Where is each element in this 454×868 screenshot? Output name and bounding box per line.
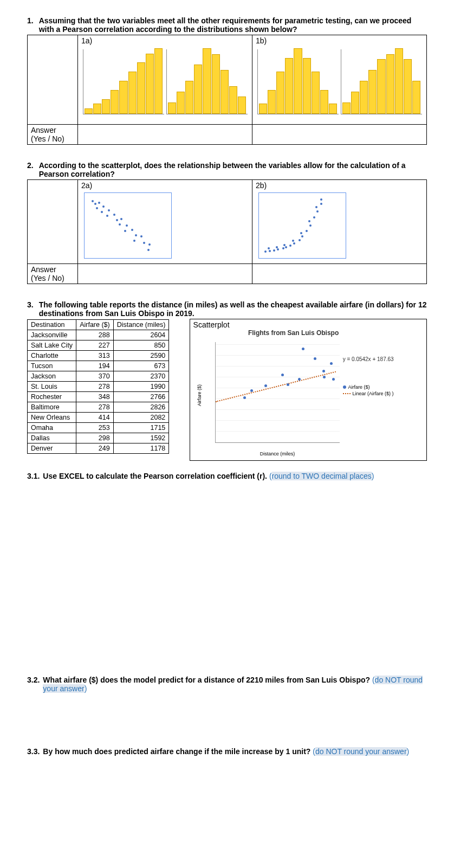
q3-1-text: Use EXCEL to calculate the Pearson corre…: [43, 472, 269, 480]
q1a-answer-cell[interactable]: [78, 125, 252, 145]
svg-point-0: [92, 200, 94, 202]
cell-dest: Salt Lake City: [28, 340, 76, 350]
table-row: Jackson3702370: [28, 371, 169, 381]
svg-point-16: [133, 240, 135, 242]
histogram-1a-left: [83, 49, 164, 114]
histogram-1b-right: [341, 49, 422, 114]
question-1: 1. Assuming that the two variables meet …: [27, 16, 427, 145]
svg-point-37: [309, 224, 312, 227]
cell-distance: 2370: [113, 371, 169, 381]
svg-point-43: [320, 198, 322, 201]
hdr-airfare: Airfare ($): [76, 319, 114, 330]
legend-series: Airfare ($): [348, 384, 370, 390]
svg-point-25: [277, 248, 279, 250]
svg-point-40: [316, 210, 319, 213]
q2a-cell: 2a): [78, 180, 252, 264]
svg-point-26: [276, 246, 278, 248]
chart-title: Flights from San Luis Obispo: [193, 329, 394, 337]
svg-point-18: [143, 242, 145, 244]
q2b-answer-cell[interactable]: [252, 264, 427, 284]
question-3: 3. The following table reports the dista…: [27, 300, 427, 756]
q3-outer-table: Destination Airfare ($) Distance (miles)…: [27, 319, 427, 461]
table-row: Denver2491178: [28, 443, 169, 453]
q1a-label: 1a): [81, 36, 92, 45]
cell-airfare: 249: [76, 443, 114, 453]
svg-point-19: [148, 243, 151, 246]
svg-point-3: [96, 207, 98, 209]
svg-point-22: [269, 250, 271, 252]
data-point: [330, 362, 333, 365]
hdr-dest: Destination: [28, 319, 76, 330]
svg-point-2: [98, 202, 100, 204]
q2-number: 2.: [27, 161, 34, 178]
table-row: Omaha2531715: [28, 422, 169, 433]
cell-airfare: 370: [76, 371, 114, 381]
cell-dest: Denver: [28, 443, 76, 453]
q1-number: 1.: [27, 16, 34, 34]
table-row: Salt Lake City227850: [28, 340, 169, 350]
table-row: Jacksonville2882604: [28, 330, 169, 340]
svg-point-42: [320, 203, 322, 205]
cell-distance: 673: [113, 361, 169, 371]
cell-distance: 850: [113, 340, 169, 350]
data-point: [243, 396, 246, 399]
q3-3-text: By how much does predicted airfare chang…: [43, 747, 313, 756]
spacer-2: [27, 693, 427, 736]
svg-point-5: [101, 211, 103, 213]
svg-point-39: [313, 216, 315, 218]
cell-distance: 1592: [113, 433, 169, 443]
chart-xlabel: Distance (miles): [260, 451, 295, 456]
q3-3-body: By how much does predicted airfare chang…: [43, 747, 409, 756]
cell-dest: Baltimore: [28, 402, 76, 412]
svg-point-33: [299, 239, 301, 241]
histogram-1b-left: [257, 49, 339, 114]
data-point: [323, 376, 326, 378]
data-point: [298, 378, 301, 381]
q3-1-num: 3.1.: [27, 472, 40, 480]
q1-prompt: 1. Assuming that the two variables meet …: [27, 16, 427, 34]
cell-distance: 2590: [113, 350, 169, 361]
q1-blank-cell: [28, 35, 78, 125]
cell-distance: 2826: [113, 402, 169, 412]
q3-2-num: 3.2.: [27, 676, 40, 693]
cell-dest: Rochester: [28, 391, 76, 402]
legend-dot-icon: [343, 385, 346, 389]
svg-point-1: [94, 203, 96, 205]
q1-answer-label-cell: Answer (Yes / No): [28, 125, 78, 145]
scatter-2b-svg: [259, 193, 346, 258]
data-point: [314, 357, 316, 360]
q1b-label: 1b): [256, 36, 267, 45]
chart-ylabel: Airfare ($): [197, 384, 202, 406]
chart-equation: y = 0.0542x + 187.63: [343, 356, 394, 362]
svg-point-21: [264, 250, 267, 253]
cell-dest: Jackson: [28, 371, 76, 381]
histogram-1a-right: [166, 49, 248, 114]
cell-airfare: 313: [76, 350, 114, 361]
svg-point-29: [283, 244, 286, 246]
q2-blank-cell: [28, 180, 78, 264]
q1-answer-text2: (Yes / No): [31, 134, 74, 143]
q3-2-body: What airfare ($) does the model predict …: [43, 676, 427, 693]
q3-prompt: 3. The following table reports the dista…: [27, 300, 427, 318]
cell-airfare: 278: [76, 381, 114, 391]
svg-point-27: [282, 247, 284, 249]
svg-point-32: [292, 240, 294, 242]
q3-scatter-cell: Scatterplot Flights from San Luis Obispo…: [190, 319, 426, 461]
q3-data-cell: Destination Airfare ($) Distance (miles)…: [27, 319, 190, 461]
svg-point-10: [120, 218, 122, 220]
svg-point-17: [140, 235, 142, 237]
q3-3: 3.3. By how much does predicted airfare …: [27, 747, 427, 756]
cell-airfare: 414: [76, 412, 114, 422]
cell-distance: 1990: [113, 381, 169, 391]
cell-airfare: 288: [76, 330, 114, 340]
q1b-cell: 1b): [252, 35, 427, 125]
svg-point-8: [113, 214, 115, 216]
q1b-answer-cell[interactable]: [252, 125, 427, 145]
q3-2-text: What airfare ($) does the model predict …: [43, 676, 372, 684]
q2a-answer-cell[interactable]: [78, 264, 252, 284]
svg-point-7: [106, 215, 108, 217]
hdr-distance: Distance (miles): [113, 319, 169, 330]
q3-1-hint: (round to TWO decimal places): [269, 472, 374, 480]
cell-distance: 2082: [113, 412, 169, 422]
q3-number: 3.: [27, 300, 34, 318]
